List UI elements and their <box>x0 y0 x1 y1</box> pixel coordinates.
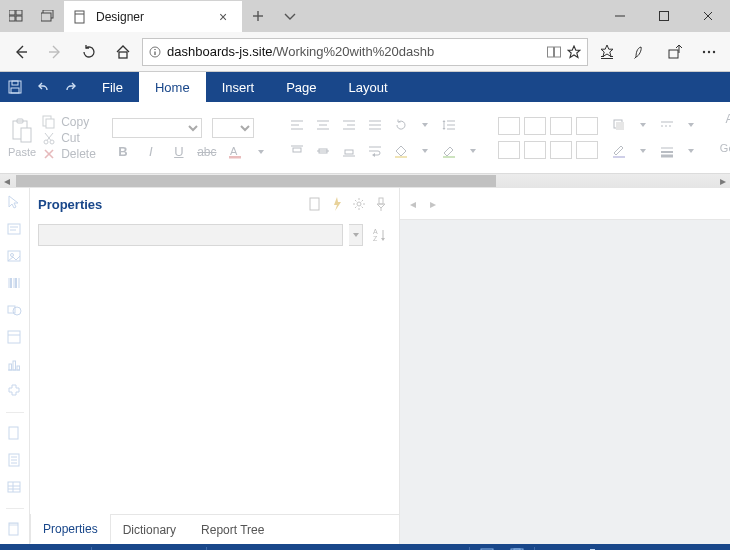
tool-text-icon[interactable] <box>6 221 24 238</box>
font-name-select[interactable] <box>112 118 202 138</box>
tool-component-icon[interactable] <box>6 383 24 400</box>
tool-panel-icon[interactable] <box>6 329 24 346</box>
border-style-dropdown-icon[interactable] <box>682 115 700 135</box>
window-close-button[interactable] <box>686 0 730 32</box>
valign-top-icon[interactable] <box>286 141 308 161</box>
align-right-icon[interactable] <box>338 115 360 135</box>
border-inside-icon[interactable] <box>576 117 598 135</box>
border-top-icon[interactable] <box>524 141 546 159</box>
tool-chart-icon[interactable] <box>6 356 24 373</box>
tool-image-icon[interactable] <box>6 248 24 265</box>
menu-tab-page[interactable]: Page <box>270 72 332 102</box>
tool-shape-icon[interactable] <box>6 302 24 319</box>
tool-list-icon[interactable] <box>6 452 24 469</box>
scroll-left-icon[interactable]: ◂ <box>0 174 14 188</box>
menu-tab-home[interactable]: Home <box>139 72 206 102</box>
property-filter-dropdown[interactable] <box>349 224 363 246</box>
notes-icon[interactable] <box>626 37 656 67</box>
bold-icon[interactable]: B <box>112 142 134 162</box>
delete-button[interactable]: Delete <box>42 147 96 161</box>
nav-back-button[interactable] <box>6 37 36 67</box>
nav-home-button[interactable] <box>108 37 138 67</box>
ribbon-styles-group[interactable]: ABC 123 General ▾ <box>708 102 730 173</box>
fill-dropdown-icon[interactable] <box>416 141 434 161</box>
underline-icon[interactable]: U <box>168 142 190 162</box>
tool-cursor-icon[interactable] <box>6 194 24 211</box>
tab-close-icon[interactable]: × <box>214 9 232 25</box>
panel-tab-report-tree[interactable]: Report Tree <box>189 515 277 544</box>
reading-view-icon[interactable] <box>547 46 561 58</box>
horizontal-scrollbar[interactable]: ◂ ▸ <box>0 174 730 188</box>
shadow-icon[interactable] <box>608 115 630 135</box>
panel-settings-icon[interactable] <box>349 194 369 214</box>
tool-subreport-icon[interactable] <box>6 521 24 538</box>
font-color-icon[interactable]: A <box>224 142 246 162</box>
wrap-text-icon[interactable] <box>364 141 386 161</box>
site-info-icon[interactable] <box>149 46 161 58</box>
border-width-icon[interactable] <box>656 141 678 161</box>
highlight-icon[interactable] <box>438 141 460 161</box>
tool-barcode-icon[interactable] <box>6 275 24 292</box>
url-input[interactable]: dashboards-js.site/Working%20with%20dash… <box>142 38 588 66</box>
rotate-icon[interactable] <box>390 115 412 135</box>
window-minimize-button[interactable] <box>598 0 642 32</box>
menu-tab-file[interactable]: File <box>86 72 139 102</box>
scroll-right-icon[interactable]: ▸ <box>716 174 730 188</box>
align-justify-icon[interactable] <box>364 115 386 135</box>
nav-refresh-button[interactable] <box>74 37 104 67</box>
border-left-icon[interactable] <box>550 141 572 159</box>
border-bottom-icon[interactable] <box>498 141 520 159</box>
property-filter-input[interactable] <box>38 224 343 246</box>
property-sort-icon[interactable]: AZ <box>369 224 391 246</box>
shadow-dropdown-icon[interactable] <box>634 115 652 135</box>
font-size-select[interactable] <box>212 118 254 138</box>
panel-doc-icon[interactable] <box>305 194 325 214</box>
scroll-thumb[interactable] <box>16 175 496 187</box>
border-right-icon[interactable] <box>576 141 598 159</box>
cut-button[interactable]: Cut <box>42 131 96 145</box>
border-color-icon[interactable] <box>608 141 630 161</box>
fill-color-icon[interactable] <box>390 141 412 161</box>
valign-middle-icon[interactable] <box>312 141 334 161</box>
canvas-next-icon[interactable]: ▸ <box>430 197 436 211</box>
line-spacing-icon[interactable] <box>438 115 460 135</box>
strikethrough-icon[interactable]: abc <box>196 142 218 162</box>
nav-forward-button[interactable] <box>40 37 70 67</box>
save-icon[interactable] <box>6 78 24 96</box>
paste-button[interactable]: Paste <box>8 118 36 158</box>
border-color-dropdown-icon[interactable] <box>634 141 652 161</box>
tool-page-icon[interactable] <box>6 425 24 442</box>
border-all-icon[interactable] <box>498 117 520 135</box>
window-maximize-button[interactable] <box>642 0 686 32</box>
undo-icon[interactable] <box>34 78 52 96</box>
panel-tab-dictionary[interactable]: Dictionary <box>111 515 189 544</box>
rotate-dropdown-icon[interactable] <box>416 115 434 135</box>
tab-new-window-icon[interactable] <box>32 0 64 32</box>
tool-table-icon[interactable] <box>6 479 24 496</box>
design-canvas[interactable]: ◂ ▸ <box>400 188 730 544</box>
panel-events-icon[interactable] <box>327 194 347 214</box>
favorite-icon[interactable] <box>567 45 581 59</box>
border-style-icon[interactable] <box>656 115 678 135</box>
font-color-dropdown-icon[interactable] <box>252 142 270 162</box>
browser-tab[interactable]: Designer × <box>64 0 242 32</box>
more-icon[interactable] <box>694 37 724 67</box>
new-tab-button[interactable] <box>242 0 274 32</box>
valign-bottom-icon[interactable] <box>338 141 360 161</box>
copy-button[interactable]: Copy <box>42 115 96 129</box>
tab-preview-icon[interactable] <box>0 0 32 32</box>
redo-icon[interactable] <box>62 78 80 96</box>
canvas-prev-icon[interactable]: ◂ <box>410 197 416 211</box>
highlight-dropdown-icon[interactable] <box>464 141 482 161</box>
align-center-icon[interactable] <box>312 115 334 135</box>
border-width-dropdown-icon[interactable] <box>682 141 700 161</box>
menu-tab-layout[interactable]: Layout <box>333 72 404 102</box>
border-outside-icon[interactable] <box>550 117 572 135</box>
panel-pin-icon[interactable] <box>371 194 391 214</box>
italic-icon[interactable]: I <box>140 142 162 162</box>
border-none-icon[interactable] <box>524 117 546 135</box>
tab-menu-icon[interactable] <box>274 0 306 32</box>
menu-tab-insert[interactable]: Insert <box>206 72 271 102</box>
share-icon[interactable] <box>660 37 690 67</box>
panel-tab-properties[interactable]: Properties <box>30 514 111 544</box>
